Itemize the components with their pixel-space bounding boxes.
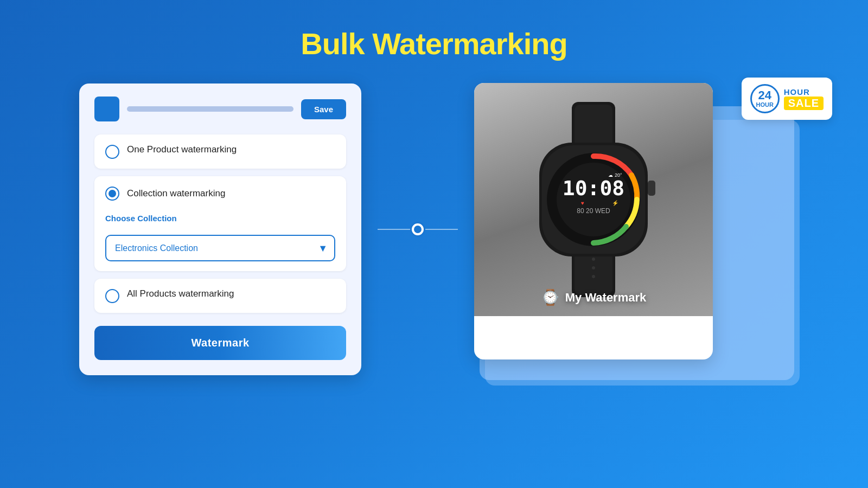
connector-dot-inner <box>414 226 422 233</box>
page-title: Bulk Watermarking <box>301 26 567 61</box>
main-content: Save One Product watermarking Collection… <box>0 83 868 376</box>
title-part1: Bulk <box>301 27 372 61</box>
radio-collection[interactable] <box>105 187 119 201</box>
svg-text:☁ 20°: ☁ 20° <box>608 172 622 178</box>
panel-header: Save <box>94 97 346 121</box>
watermark-text: My Watermark <box>565 291 647 305</box>
connector-line-right <box>425 229 458 230</box>
watermark-button[interactable]: Watermark <box>94 326 346 360</box>
sale-badge: 24 HOUR HOUR SALE <box>742 78 832 120</box>
svg-text:80  20  WED: 80 20 WED <box>577 207 610 215</box>
radio-all-products[interactable] <box>105 289 119 303</box>
option-one-product[interactable]: One Product watermarking <box>94 134 346 169</box>
sale-sale-label: SALE <box>784 97 824 110</box>
svg-text:♥: ♥ <box>581 200 584 206</box>
radio-one-product[interactable] <box>105 145 119 159</box>
main-product-card: 10:08 80 20 WED ♥ ☁ 20° ⚡ ⌚ My Watermark <box>474 83 713 359</box>
sale-text-block: HOUR SALE <box>784 87 824 110</box>
sale-badge-circle: 24 HOUR <box>750 84 780 113</box>
collection-dropdown[interactable]: Electronics Collection <box>105 235 335 261</box>
option-all-products[interactable]: All Products watermarking <box>94 279 346 313</box>
title-part2: Watermarking <box>372 27 567 61</box>
radio-collection-inner <box>108 190 116 197</box>
svg-point-5 <box>592 266 595 269</box>
panel-logo <box>94 97 119 121</box>
watch-image-area: 10:08 80 20 WED ♥ ☁ 20° ⚡ ⌚ My Watermark <box>474 83 713 316</box>
svg-text:10:08: 10:08 <box>563 176 624 200</box>
sale-number: 24 <box>758 89 771 101</box>
watermark-icon: ⌚ <box>541 288 560 306</box>
panel-title-bar <box>127 106 293 112</box>
save-button[interactable]: Save <box>301 99 346 119</box>
svg-rect-1 <box>575 105 612 148</box>
collection-option-row: Collection watermarking <box>105 186 335 201</box>
collection-dropdown-wrapper: Electronics Collection ▼ <box>105 235 335 261</box>
sale-hour-label: HOUR <box>784 87 824 97</box>
option-all-products-label: All Products watermarking <box>127 288 234 299</box>
choose-collection-label: Choose Collection <box>105 214 335 223</box>
connector-line-left <box>378 229 410 230</box>
svg-point-4 <box>592 258 595 261</box>
sale-hour-text: HOUR <box>756 101 773 108</box>
option-collection[interactable]: Collection watermarking Choose Collectio… <box>94 176 346 271</box>
option-one-product-label: One Product watermarking <box>127 144 237 155</box>
connector <box>378 222 458 237</box>
svg-text:⚡: ⚡ <box>612 200 619 207</box>
connector-dot <box>410 222 425 237</box>
svg-rect-9 <box>648 181 655 196</box>
watermark-overlay: ⌚ My Watermark <box>474 288 713 306</box>
left-panel: Save One Product watermarking Collection… <box>79 84 361 375</box>
option-collection-label: Collection watermarking <box>127 188 225 199</box>
right-panel: 24 HOUR HOUR SALE <box>474 83 789 376</box>
svg-point-6 <box>592 275 595 278</box>
watch-svg: 10:08 80 20 WED ♥ ☁ 20° ⚡ <box>507 97 680 303</box>
